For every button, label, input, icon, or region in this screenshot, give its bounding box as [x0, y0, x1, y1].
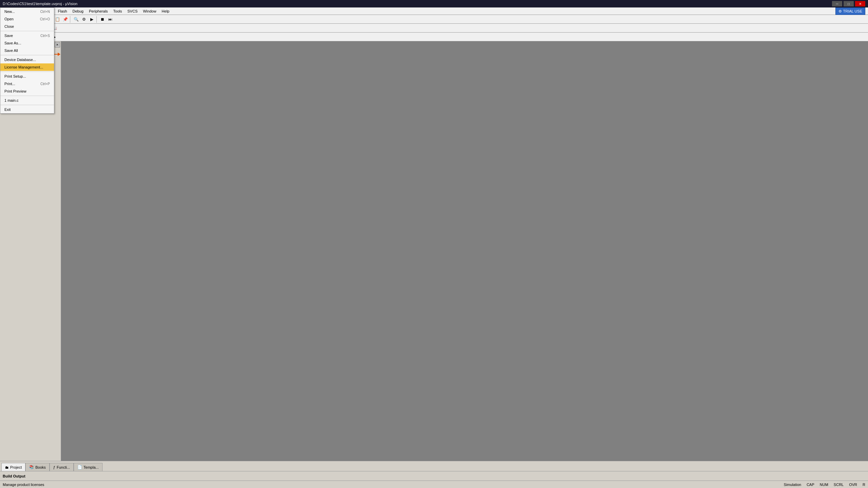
menu-help[interactable]: Help [159, 7, 172, 15]
trial-icon: ⚙ [838, 9, 842, 14]
close-button[interactable]: ✕ [855, 1, 865, 6]
menu-peripherals[interactable]: Peripherals [86, 7, 111, 15]
status-ovr: OVR [849, 483, 857, 487]
menu-print-preview[interactable]: Print Preview [0, 87, 54, 95]
tab-functions-label: Functi... [57, 465, 70, 469]
divider4 [0, 96, 54, 96]
stop-btn[interactable]: ⏹ [99, 16, 106, 23]
menu-device-database[interactable]: Device Database... [0, 56, 54, 63]
divider1 [0, 31, 54, 31]
tab-project[interactable]: 🖿 Project [1, 463, 25, 471]
tab-books-icon: 📚 [29, 465, 34, 469]
bottom-tabs: 🖿 Project 📚 Books ƒ Functi... 📄 Templa..… [0, 461, 868, 471]
status-read: R [863, 483, 865, 487]
menu-svcs[interactable]: SVCS [125, 7, 140, 15]
tab-templates-icon: 📄 [77, 465, 82, 469]
minimize-button[interactable]: ─ [832, 1, 842, 6]
menu-flash[interactable]: Flash [55, 7, 70, 15]
menu-license-management-label: License Management... [4, 65, 43, 69]
menu-exit-label: Exit [4, 108, 11, 112]
menu-print-preview-label: Print Preview [4, 89, 26, 93]
trial-label: TRIAL USE [843, 9, 862, 13]
menu-new[interactable]: New... Ctrl+N [0, 8, 54, 15]
divider5 [0, 105, 54, 105]
menu-open[interactable]: Open Ctrl+O [0, 15, 54, 23]
find-btn[interactable]: 🔍 [72, 16, 80, 23]
menu-save-as[interactable]: Save As... [0, 39, 54, 47]
tab-functions-icon: ƒ [53, 465, 55, 469]
step-btn[interactable]: ⏭ [107, 16, 114, 23]
trial-use-button[interactable]: ⚙ TRIAL USE [835, 7, 865, 15]
sep3 [70, 16, 71, 23]
menu-save[interactable]: Save Ctrl+S [0, 32, 54, 39]
menu-save-as-label: Save As... [4, 41, 21, 45]
menu-license-management[interactable]: License Management... [0, 63, 54, 71]
title-text: D:\Codes\C51\test1\template.uvproj - µVi… [3, 2, 77, 6]
menu-bar: File Edit View Project Flash Debug Perip… [0, 7, 868, 15]
divider3 [0, 72, 54, 72]
menu-new-shortcut: Ctrl+N [40, 10, 50, 14]
menu-print[interactable]: Print... Ctrl+P [0, 80, 54, 87]
copy-btn[interactable]: 📋 [54, 16, 61, 23]
menu-print-shortcut: Ctrl+P [40, 82, 50, 86]
menu-close[interactable]: Close [0, 23, 54, 30]
menu-save-all-label: Save All [4, 48, 18, 53]
menu-open-label: Open [4, 17, 14, 21]
editor-area[interactable] [61, 41, 868, 461]
menu-debug[interactable]: Debug [70, 7, 86, 15]
menu-recent-1-label: 1 main.c [4, 98, 19, 102]
menu-exit[interactable]: Exit [0, 106, 54, 113]
menu-print-setup-label: Print Setup... [4, 74, 26, 78]
status-num: NUM [820, 483, 828, 487]
menu-window[interactable]: Window [140, 7, 159, 15]
tab-templates[interactable]: 📄 Templa... [74, 463, 103, 471]
menu-open-shortcut: Ctrl+O [40, 17, 50, 21]
status-right: Simulation [784, 483, 801, 487]
arrow-head [58, 53, 60, 56]
status-bar: Manage product licenses Simulation CAP N… [0, 481, 868, 488]
build-btn[interactable]: ⚙ [80, 16, 88, 23]
status-scrl: SCRL [834, 483, 844, 487]
build-output-bar: Build Output [0, 471, 868, 481]
status-left: Manage product licenses [3, 483, 44, 487]
paste-btn[interactable]: 📌 [61, 16, 69, 23]
menu-recent-1[interactable]: 1 main.c [0, 97, 54, 104]
menu-device-database-label: Device Database... [4, 58, 36, 62]
menu-print-label: Print... [4, 82, 15, 86]
maximize-button[interactable]: □ [844, 1, 854, 6]
menu-save-label: Save [4, 34, 13, 38]
target-bar: Target: get 1 ⚙ 🔨 ▶ [0, 33, 868, 41]
toolbar1: 📄 📂 💾 ↩ ↪ ✂ 📋 📌 🔍 ⚙ ▶ ⏹ ⏭ [0, 15, 868, 24]
tab-project-icon: 🖿 [5, 465, 9, 469]
title-bar-controls: ─ □ ✕ [832, 1, 865, 6]
menu-close-label: Close [4, 24, 14, 28]
menu-tools[interactable]: Tools [111, 7, 125, 15]
debug-btn[interactable]: ▶ [88, 16, 95, 23]
toolbar2: ← → ↑ ↓ ⊞ ⊟ 📖 [0, 24, 868, 33]
menu-new-label: New... [4, 9, 15, 14]
tab-templates-label: Templa... [84, 465, 99, 469]
tab-functions[interactable]: ƒ Functi... [50, 463, 74, 471]
main-area: 📌 ✕ [0, 41, 868, 461]
panel-close-btn[interactable]: ✕ [55, 42, 60, 47]
menu-save-all[interactable]: Save All [0, 47, 54, 54]
menu-save-shortcut: Ctrl+S [40, 34, 50, 38]
sep4 [96, 16, 98, 23]
tab-books[interactable]: 📚 Books [25, 463, 50, 471]
build-output-label: Build Output [3, 474, 25, 478]
menu-print-setup[interactable]: Print Setup... [0, 73, 54, 80]
tab-books-label: Books [35, 465, 46, 469]
title-bar: D:\Codes\C51\test1\template.uvproj - µVi… [0, 0, 868, 7]
file-dropdown-menu: New... Ctrl+N Open Ctrl+O Close Save Ctr… [0, 7, 54, 114]
status-cap: CAP [807, 483, 814, 487]
divider2 [0, 55, 54, 55]
tab-project-label: Project [10, 465, 22, 469]
